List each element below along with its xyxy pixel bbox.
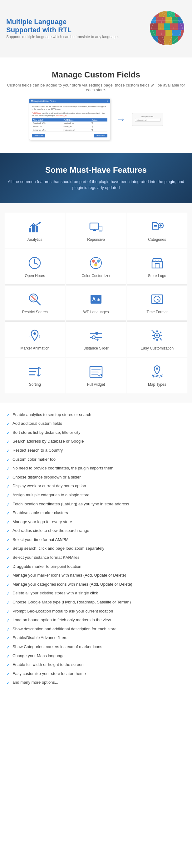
feature-color-customizer: Color Customizer [66,249,126,284]
check-icon: ✓ [6,412,10,418]
cf-form-input[interactable] [135,118,160,122]
check-icon: ✓ [6,680,10,686]
feature-open-hours: Open Hours [5,249,65,284]
svg-point-53 [95,262,97,264]
lang-text: Multiple Language Supported with RTL Sup… [6,18,148,40]
full-widget-label: Full widget [87,382,105,387]
list-item: ✓Change your Maps language [6,653,186,660]
new-field-button[interactable]: + New Field [32,134,45,137]
list-item: ✓No need to provide coordinates, the plu… [6,465,186,472]
check-icon: ✓ [6,430,10,436]
analytics-label: Analytics [28,237,42,242]
svg-line-67 [157,299,159,300]
cf-dialog: Manage Additional Fields × Additional Fi… [29,98,110,140]
check-icon: ✓ [6,466,10,472]
cf-form-preview: Instagram URL [132,113,163,126]
feature-analytics: Analytics [5,213,65,248]
svg-rect-18 [165,30,172,36]
check-icon: ✓ [6,502,10,508]
svg-rect-54 [152,262,162,268]
restrict-search-label: Restrict Search [22,310,48,314]
check-icon: ✓ [6,662,10,669]
analytics-icon [27,219,43,235]
must-have-title: Some Must-Have Features [6,165,186,175]
check-icon: ✓ [6,582,10,588]
check-icon: ✓ [6,626,10,633]
svg-rect-77 [152,335,154,336]
easy-customization-label: Easy Customization [140,346,173,350]
list-item: ✓Load on bound option to fetch only mark… [6,617,186,624]
svg-rect-4 [167,11,175,17]
check-icon: ✓ [6,644,10,651]
bullet-section: ✓Enable analytics to see top stores or s… [0,403,192,698]
restrict-search-icon [27,292,43,307]
check-icon: ✓ [6,591,10,597]
list-item: ✓and many more options... [6,680,186,686]
svg-rect-86 [90,366,102,377]
check-icon: ✓ [6,520,10,526]
cf-dialog-title: Manage Additional Fields × [29,99,110,103]
svg-line-94 [160,375,163,376]
time-format-icon [149,292,165,307]
list-item: ✓Select your time format AM/PM [6,537,186,544]
cf-note2: Field Name must be small input text with… [32,112,107,117]
feature-grid-section: Analytics Reponsive [0,203,192,403]
time-format-label: Time Format [147,310,168,314]
check-icon: ✓ [6,546,10,552]
cf-form-label: Instagram URL [135,116,160,118]
cf-close-icon[interactable]: × [106,100,108,102]
svg-rect-31 [32,224,35,232]
list-item: ✓Show Categories markers instead of mark… [6,644,186,651]
feature-grid: Analytics Reponsive [5,213,187,393]
list-item: ✓Delete all your existing stores with a … [6,590,186,597]
feature-map-types: Map Types [127,358,187,393]
check-icon: ✓ [6,484,10,490]
cf-title: Manage Custom Fields [6,70,186,80]
list-item: ✓Draggable marker to pin-point location [6,564,186,570]
arrow-icon: → [117,114,126,125]
check-icon: ✓ [6,635,10,642]
svg-rect-32 [36,226,38,232]
list-item: ✓Select your distance format KM/Miles [6,555,186,561]
easy-customization-icon [149,328,165,344]
check-icon: ✓ [6,609,10,615]
marker-animation-icon [27,328,43,344]
check-icon: ✓ [6,537,10,544]
svg-rect-76 [156,339,158,341]
list-item: ✓Restrict search to a Country [6,447,186,454]
list-item: ✓Assign multiple categories to a single … [6,492,186,499]
feature-categories: Categories [127,213,187,248]
must-have-description: All the common features that should be p… [6,179,186,191]
open-hours-label: Open Hours [25,274,45,278]
cf-col-name: Field Name [62,118,91,122]
svg-rect-75 [156,331,158,332]
list-item: ✓Easy customize your store locator theme [6,671,186,678]
svg-rect-81 [153,338,155,340]
cf-description: Custom fields can be added to your store… [6,83,186,92]
map-types-label: Map Types [148,382,166,387]
check-icon: ✓ [6,448,10,454]
check-icon: ✓ [6,439,10,445]
list-item: ✓Enable/disable marker clusters [6,510,186,517]
svg-rect-3 [159,11,167,17]
table-row: Instagram URL instagram_url 🗑 [32,128,107,131]
list-item: ✓Enable/Disable Advance filters [6,635,186,642]
list-item: ✓Setup search, click and page load zoom … [6,546,186,552]
lang-title: Multiple Language Supported with RTL [6,18,142,34]
table-row: Twitter URL twitter_url 🗑 [32,125,107,128]
svg-point-68 [33,332,36,335]
svg-line-96 [155,376,160,377]
list-item: ✓Add radius circle to show the search ra… [6,528,186,534]
save-fields-button[interactable]: Save Fields [94,134,107,137]
svg-line-97 [160,376,163,377]
wp-languages-label: WP Languages [83,310,109,314]
lang-description: Supports multiple language which can be … [6,34,142,40]
check-icon: ✓ [6,421,10,427]
list-item: ✓Add additonal custom fields [6,421,186,427]
check-icon: ✓ [6,457,10,463]
must-have-section: Some Must-Have Features All the common f… [0,153,192,203]
feature-time-format: Time Format [127,285,187,321]
lang-section: Multiple Language Supported with RTL Sup… [0,0,192,58]
svg-line-93 [155,375,160,376]
open-hours-icon [27,255,43,271]
